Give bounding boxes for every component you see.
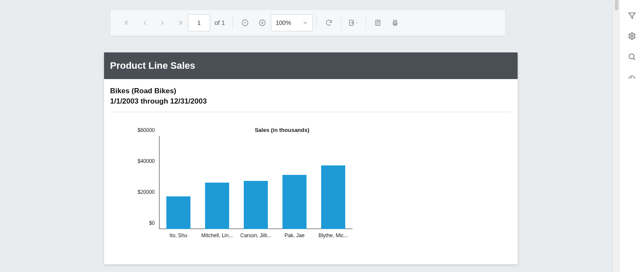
refresh-button[interactable]	[320, 14, 337, 31]
zoom-out-button[interactable]	[236, 14, 254, 31]
page-setup-button[interactable]	[369, 14, 386, 31]
next-page-button[interactable]	[153, 14, 171, 31]
first-page-button[interactable]	[119, 14, 136, 31]
toolbar-divider	[365, 16, 366, 29]
chart-bars	[159, 136, 353, 229]
page-of-prefix: of	[215, 19, 220, 26]
zoom-in-button[interactable]	[254, 14, 271, 31]
chevron-down-icon	[355, 21, 359, 25]
vertical-scrollbar[interactable]	[612, 0, 619, 272]
y-tick-label: $60000	[138, 127, 155, 133]
chart-title: Sales (in thousands)	[127, 127, 437, 133]
chart-bar	[321, 165, 345, 229]
viewer-toolbar: of 1 100%	[110, 9, 506, 36]
x-tick-label: Pak, Jae	[276, 232, 313, 238]
scrollbar-thumb[interactable]	[615, 0, 618, 10]
zoom-select[interactable]: 100%	[271, 14, 313, 31]
gear-icon[interactable]	[628, 32, 636, 40]
report-stage: of 1 100% Product Line	[0, 0, 612, 272]
y-tick-label: $20000	[138, 189, 155, 195]
zoom-label: 100%	[276, 19, 302, 26]
x-tick-label: Mitchell, Lin...	[199, 232, 236, 238]
x-tick-label: Ito, Shu	[160, 232, 197, 238]
report-title: Product Line Sales	[104, 52, 518, 79]
y-tick-label: $0	[149, 220, 155, 226]
toolbar-divider	[233, 16, 233, 29]
export-button[interactable]	[345, 14, 362, 31]
toolbar-divider	[341, 16, 341, 29]
chevron-down-icon	[302, 20, 308, 26]
filter-icon[interactable]	[628, 11, 636, 20]
y-tick-label: $40000	[138, 158, 155, 164]
page-of-total: 1	[221, 19, 225, 26]
svg-point-17	[631, 35, 633, 37]
chart-bar	[205, 183, 229, 229]
side-tool-rail	[619, 0, 644, 272]
chart-bar	[244, 181, 268, 229]
report-date-range: 1/1/2003 through 12/31/2003	[110, 97, 512, 106]
prev-page-button[interactable]	[136, 14, 153, 31]
chart-plot-area: $0$20000$40000$60000	[159, 136, 353, 229]
sales-bar-chart: Sales (in thousands) $0$20000$40000$6000…	[127, 127, 437, 251]
svg-marker-16	[629, 13, 635, 18]
y-axis-ticks: $0$20000$40000$60000	[127, 136, 157, 229]
x-tick-label: Carson, Jilli...	[238, 232, 274, 238]
toolbar-divider	[316, 16, 317, 29]
x-tick-label: Blythe, Mic...	[315, 232, 352, 238]
gauge-icon[interactable]	[628, 73, 636, 82]
svg-point-18	[629, 54, 634, 59]
search-icon[interactable]	[628, 52, 636, 61]
chart-bar	[166, 196, 190, 229]
x-axis-labels: Ito, ShuMitchell, Lin...Carson, Jilli...…	[159, 232, 353, 238]
svg-rect-14	[394, 20, 396, 22]
last-page-button[interactable]	[171, 14, 188, 31]
page-of-label: of 1	[215, 19, 225, 26]
svg-line-20	[631, 77, 632, 78]
print-button[interactable]	[386, 14, 404, 31]
chart-bar	[282, 175, 307, 229]
report-subtitle: Bikes (Road Bikes)	[110, 87, 512, 95]
svg-line-19	[633, 58, 635, 60]
section-divider	[110, 112, 512, 112]
report-page: Product Line Sales Bikes (Road Bikes) 1/…	[104, 52, 518, 264]
report-body: Bikes (Road Bikes) 1/1/2003 through 12/3…	[104, 79, 518, 264]
page-number-input[interactable]	[188, 14, 210, 31]
